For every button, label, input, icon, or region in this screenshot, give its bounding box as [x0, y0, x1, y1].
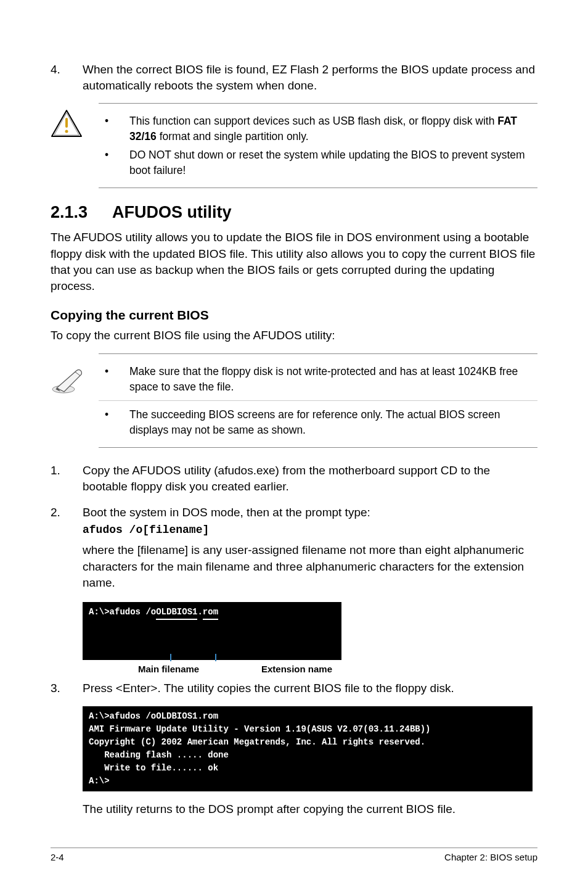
sub-intro: To copy the current BIOS file using the …: [51, 328, 537, 344]
step-4-number: 4.: [51, 62, 83, 93]
step-4: 4. When the correct BIOS file is found, …: [51, 62, 537, 93]
after-terminal-text: The utility returns to the DOS prompt af…: [83, 801, 537, 817]
caution-callout: • This function can support devices such…: [51, 103, 537, 188]
note-item-1-text: Make sure that the floppy disk is not wr…: [129, 364, 537, 394]
label-main-filename: Main filename: [83, 664, 261, 674]
term2-line-3: Reading flash ..... done: [89, 750, 229, 760]
section-intro: The AFUDOS utility allows you to update …: [51, 229, 537, 294]
section-number: 2.1.3: [51, 203, 112, 222]
note-body: • Make sure that the floppy disk is not …: [99, 353, 537, 448]
caution-item-2-text: DO NOT shut down or reset the system whi…: [129, 147, 537, 178]
step-2: 2. Boot the system in DOS mode, then at …: [51, 505, 537, 521]
caution-item-1-text: This function can support devices such a…: [129, 113, 537, 144]
bullet-dot: •: [99, 147, 129, 178]
term2-line-0: A:\>afudos /oOLDBIOS1.rom: [89, 711, 218, 721]
note-divider: [99, 400, 537, 401]
caution-icon: [51, 103, 99, 139]
section-title: AFUDOS utility: [112, 203, 232, 222]
step-2-number: 2.: [51, 505, 83, 521]
terminal-1-labels: Main filename Extension name: [83, 664, 537, 674]
step-3-number: 3.: [51, 680, 83, 696]
terminal-1: A:\>afudos /oOLDBIOS1.rom: [83, 602, 341, 660]
step-3: 3. Press <Enter>. The utility copies the…: [51, 680, 537, 696]
sub-heading: Copying the current BIOS: [51, 308, 537, 323]
step-2-text: Boot the system in DOS mode, then at the…: [83, 505, 537, 521]
step-1-number: 1.: [51, 463, 83, 494]
footer-chapter: Chapter 2: BIOS setup: [444, 852, 537, 862]
term2-line-2: Copyright (C) 2002 American Megatrends, …: [89, 737, 425, 747]
bullet-dot: •: [99, 113, 129, 144]
step-3-text: Press <Enter>. The utility copies the cu…: [83, 680, 537, 696]
filename-explain: where the [filename] is any user-assigne…: [83, 542, 537, 591]
page-footer: 2-4 Chapter 2: BIOS setup: [51, 848, 537, 862]
term2-line-4: Write to file...... ok: [89, 763, 218, 773]
tick-ext: [215, 654, 216, 661]
caution-body: • This function can support devices such…: [99, 103, 537, 188]
footer-page-number: 2-4: [51, 852, 64, 862]
section-heading: 2.1.3 AFUDOS utility: [51, 203, 537, 222]
step-4-text: When the correct BIOS file is found, EZ …: [83, 62, 537, 93]
caution-item-2: • DO NOT shut down or reset the system w…: [99, 147, 537, 178]
note-item-1: • Make sure that the floppy disk is not …: [99, 364, 537, 394]
svg-rect-2: [65, 118, 68, 128]
term2-line-5: A:\>: [89, 776, 110, 786]
step-1-text: Copy the AFUDOS utility (afudos.exe) fro…: [83, 463, 537, 494]
term2-line-1: AMI Firmware Update Utility - Version 1.…: [89, 724, 431, 734]
note-item-2-text: The succeeding BIOS screens are for refe…: [129, 407, 537, 437]
note-item-2: • The succeeding BIOS screens are for re…: [99, 407, 537, 437]
caution-item-1: • This function can support devices such…: [99, 113, 537, 144]
note-callout: • Make sure that the floppy disk is not …: [51, 353, 537, 448]
command-line: afudos /o[filename]: [83, 524, 537, 536]
step-1: 1. Copy the AFUDOS utility (afudos.exe) …: [51, 463, 537, 494]
terminal-2: A:\>afudos /oOLDBIOS1.rom AMI Firmware U…: [83, 706, 533, 791]
label-extension-name: Extension name: [261, 664, 332, 674]
bullet-dot: •: [99, 364, 129, 394]
svg-point-3: [65, 130, 68, 133]
bullet-dot: •: [99, 407, 129, 437]
tick-main: [170, 654, 171, 661]
note-icon: [51, 353, 99, 394]
